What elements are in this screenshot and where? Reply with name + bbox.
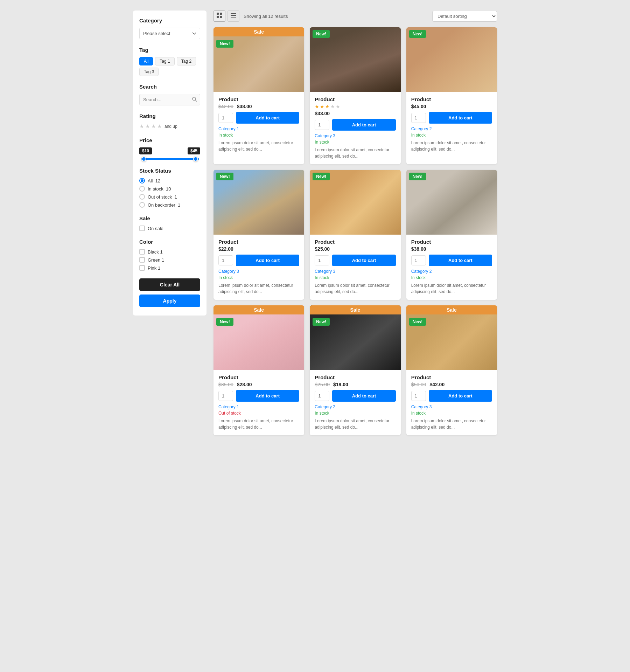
product-category-5[interactable]: Category 3 xyxy=(315,269,396,274)
sale-checkbox-row[interactable]: On sale xyxy=(139,226,200,231)
product-price-9: $50.00 $42.00 xyxy=(411,382,492,387)
product-category-2[interactable]: Category 3 xyxy=(315,133,396,138)
tag-btn-all[interactable]: All xyxy=(139,57,153,65)
radio-instock xyxy=(139,186,145,192)
product-info-2: Product ★ ★ ★ ★ ★ $33.00 Add to cart Cat… xyxy=(310,92,400,164)
new-badge-6: New! xyxy=(409,173,426,180)
qty-input-1[interactable] xyxy=(218,113,233,123)
search-icon xyxy=(192,96,197,102)
search-input[interactable] xyxy=(139,94,200,105)
product-name-2: Product xyxy=(315,96,396,102)
category-select[interactable]: Please select xyxy=(139,28,200,39)
tag-row: All Tag 1 Tag 2 Tag 3 xyxy=(139,57,200,76)
clear-all-button[interactable]: Clear All xyxy=(139,278,200,291)
product-category-3[interactable]: Category 2 xyxy=(411,126,492,131)
apply-button[interactable]: Apply xyxy=(139,295,200,307)
list-view-button[interactable] xyxy=(227,11,239,22)
add-to-cart-row-1: Add to cart xyxy=(218,112,299,124)
tag-btn-1[interactable]: Tag 1 xyxy=(155,57,174,65)
qty-input-9[interactable] xyxy=(411,391,426,401)
color-item-pink[interactable]: Pink 1 xyxy=(139,265,200,271)
add-to-cart-btn-7[interactable]: Add to cart xyxy=(236,390,299,402)
tag-btn-2[interactable]: Tag 2 xyxy=(177,57,196,65)
qty-input-5[interactable] xyxy=(315,255,329,265)
sale-price-8: $19.00 xyxy=(333,382,348,387)
qty-input-6[interactable] xyxy=(411,255,426,265)
grid-icon xyxy=(217,13,222,18)
qty-input-2[interactable] xyxy=(315,120,329,130)
star-e-2: ★ xyxy=(336,104,340,109)
color-item-black[interactable]: Black 1 xyxy=(139,249,200,255)
qty-input-8[interactable] xyxy=(315,391,329,401)
add-to-cart-btn-5[interactable]: Add to cart xyxy=(332,255,396,266)
product-name-8: Product xyxy=(315,374,396,380)
product-category-4[interactable]: Category 3 xyxy=(218,269,299,274)
price-handle-left[interactable] xyxy=(141,157,146,161)
product-category-6[interactable]: Category 2 xyxy=(411,269,492,274)
price-slider[interactable] xyxy=(141,158,199,160)
add-to-cart-btn-1[interactable]: Add to cart xyxy=(236,112,299,124)
star-2[interactable]: ★ xyxy=(145,123,150,130)
search-icon-btn[interactable] xyxy=(192,96,197,103)
toolbar: Showing all 12 results Default sorting S… xyxy=(214,11,497,22)
tag-btn-3[interactable]: Tag 3 xyxy=(139,68,159,76)
product-image-2: New! xyxy=(310,27,400,92)
color-item-green[interactable]: Green 1 xyxy=(139,257,200,263)
color-swatch-pink xyxy=(139,265,145,271)
main-content: Showing all 12 results Default sorting S… xyxy=(214,11,497,435)
product-category-7[interactable]: Category 1 xyxy=(218,404,299,409)
color-pink-label: Pink 1 xyxy=(148,265,160,271)
radio-backorder xyxy=(139,202,145,208)
add-to-cart-row-9: Add to cart xyxy=(411,390,492,402)
view-toggle xyxy=(214,11,239,22)
rating-title: Rating xyxy=(139,113,200,119)
star-4[interactable]: ★ xyxy=(157,123,162,130)
product-price-1: $42.00 $38.00 xyxy=(218,104,299,109)
product-image-3: New! xyxy=(406,27,497,92)
product-card-6: New! Product $38.00 Add to cart Category… xyxy=(406,170,497,300)
product-price-8: $25.00 $19.00 xyxy=(315,382,396,387)
add-to-cart-btn-3[interactable]: Add to cart xyxy=(429,112,492,124)
qty-input-4[interactable] xyxy=(218,255,233,265)
product-category-9[interactable]: Category 3 xyxy=(411,404,492,409)
product-stock-7: Out of stock xyxy=(218,411,299,416)
add-to-cart-btn-8[interactable]: Add to cart xyxy=(332,390,396,402)
product-name-4: Product xyxy=(218,239,299,245)
product-stock-3: In stock xyxy=(411,133,492,138)
rating-label: and up xyxy=(164,124,177,129)
product-image-1: Sale New! xyxy=(214,27,304,92)
add-to-cart-btn-2[interactable]: Add to cart xyxy=(332,119,396,131)
add-to-cart-btn-4[interactable]: Add to cart xyxy=(236,255,299,266)
product-info-8: Product $25.00 $19.00 Add to cart Catego… xyxy=(310,370,400,435)
star-3[interactable]: ★ xyxy=(151,123,156,130)
product-stock-8: In stock xyxy=(315,411,396,416)
product-info-4: Product $22.00 Add to cart Category 3 In… xyxy=(214,235,304,300)
product-grid: Sale New! Product $42.00 $38.00 Add to c… xyxy=(214,27,497,435)
svg-rect-2 xyxy=(217,13,219,15)
svg-rect-3 xyxy=(220,13,222,15)
svg-rect-7 xyxy=(231,15,236,16)
product-category-8[interactable]: Category 2 xyxy=(315,404,396,409)
grid-view-button[interactable] xyxy=(214,11,225,22)
new-badge-3: New! xyxy=(409,30,426,38)
product-stock-2: In stock xyxy=(315,140,396,145)
qty-input-7[interactable] xyxy=(218,391,233,401)
sale-title: Sale xyxy=(139,215,200,221)
stock-option-all[interactable]: All 12 xyxy=(139,178,200,183)
product-category-1[interactable]: Category 1 xyxy=(218,126,299,131)
stock-option-instock[interactable]: In stock 10 xyxy=(139,186,200,192)
product-stock-9: In stock xyxy=(411,411,492,416)
price-handle-right[interactable] xyxy=(193,157,198,161)
new-badge-7: New! xyxy=(216,318,233,326)
sort-select[interactable]: Default sorting Sort by popularity Sort … xyxy=(432,11,497,22)
qty-input-3[interactable] xyxy=(411,113,426,123)
product-card-5: New! Product $25.00 Add to cart Category… xyxy=(310,170,400,300)
stock-option-outofstock[interactable]: Out of stock 1 xyxy=(139,194,200,200)
add-to-cart-btn-6[interactable]: Add to cart xyxy=(429,255,492,266)
star-1[interactable]: ★ xyxy=(139,123,144,130)
product-card-4: New! Product $22.00 Add to cart Category… xyxy=(214,170,304,300)
price-track xyxy=(141,158,199,160)
product-image-5: New! xyxy=(310,170,400,235)
add-to-cart-btn-9[interactable]: Add to cart xyxy=(429,390,492,402)
stock-option-backorder[interactable]: On backorder 1 xyxy=(139,202,200,208)
